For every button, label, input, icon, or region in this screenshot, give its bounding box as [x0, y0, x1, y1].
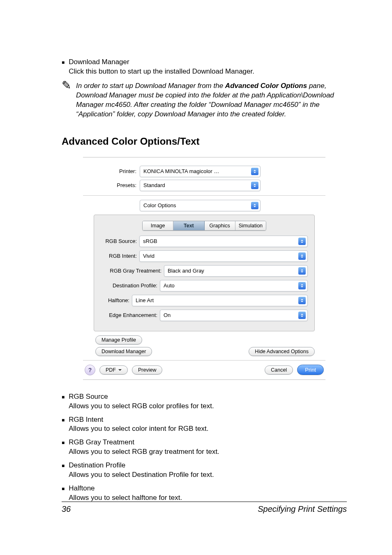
- presets-select[interactable]: Standard: [140, 180, 261, 191]
- rgb-source-label: RGB Source:: [101, 238, 139, 244]
- list-item: ■ Halftone Allows you to select halftone…: [62, 484, 347, 503]
- color-options-pane: Image Text Graphics Simulation RGB Sourc…: [94, 215, 315, 331]
- list-item: ■ RGB Gray Treatment Allows you to selec…: [62, 438, 347, 457]
- top-bullet: ■ Download Manager Click this button to …: [62, 58, 347, 76]
- halftone-select[interactable]: Line Art: [132, 295, 308, 306]
- page-number: 36: [62, 504, 71, 514]
- printer-select[interactable]: KONICA MINOLTA magicolor …: [140, 166, 261, 177]
- bullet-icon: ■: [62, 394, 65, 400]
- cancel-button[interactable]: Cancel: [265, 365, 293, 375]
- select-arrow-icon: [251, 168, 258, 175]
- list-item: ■ RGB Source Allows you to select RGB co…: [62, 392, 347, 411]
- page-footer: 36 Specifying Print Settings: [62, 502, 347, 514]
- help-button[interactable]: ?: [85, 365, 95, 375]
- bullet-icon: ■: [62, 59, 65, 66]
- rgb-intent-select[interactable]: Vivid: [139, 250, 308, 262]
- tab-graphics[interactable]: Graphics: [205, 221, 235, 230]
- edge-enhancement-select[interactable]: On: [160, 310, 308, 321]
- manage-profile-button[interactable]: Manage Profile: [95, 335, 142, 345]
- printer-label: Printer:: [83, 168, 140, 174]
- print-button[interactable]: Print: [297, 365, 324, 375]
- note-text: In order to start up Download Manager fr…: [76, 81, 347, 119]
- halftone-label: Halftone:: [101, 297, 132, 303]
- rgb-gray-label: RGB Gray Treatment:: [101, 268, 164, 274]
- select-arrow-icon: [298, 297, 306, 304]
- select-arrow-icon: [251, 202, 258, 209]
- tab-text[interactable]: Text: [173, 221, 204, 230]
- destination-profile-select[interactable]: Auto: [160, 280, 308, 291]
- bullet-icon: ■: [62, 462, 65, 469]
- heading-advanced-color-options-text: Advanced Color Options/Text: [62, 136, 347, 147]
- caret-down-icon: [118, 369, 122, 372]
- top-bullet-desc: Click this button to start up the instal…: [69, 67, 254, 76]
- note-pencil-icon: ✎: [62, 80, 71, 119]
- pdf-menu-button[interactable]: PDF: [99, 365, 128, 375]
- print-dialog: Printer: KONICA MINOLTA magicolor … Pres…: [83, 157, 325, 380]
- option-descriptions: ■ RGB Source Allows you to select RGB co…: [62, 392, 347, 503]
- select-arrow-icon: [298, 267, 306, 275]
- hide-advanced-options-button[interactable]: Hide Advanced Options: [249, 347, 315, 356]
- list-item: ■ Destination Profile Allows you to sele…: [62, 461, 347, 480]
- list-item: ■ RGB Intent Allows you to select color …: [62, 415, 347, 434]
- bullet-icon: ■: [62, 486, 65, 492]
- select-arrow-icon: [298, 312, 306, 319]
- destination-profile-label: Destination Profile:: [101, 282, 160, 289]
- tab-image[interactable]: Image: [143, 221, 173, 230]
- download-manager-button[interactable]: Download Manager: [95, 347, 152, 356]
- pane-select[interactable]: Color Options: [140, 200, 261, 211]
- select-arrow-icon: [298, 252, 306, 260]
- note: ✎ In order to start up Download Manager …: [62, 81, 347, 119]
- rgb-intent-label: RGB Intent:: [101, 253, 139, 259]
- rgb-gray-select[interactable]: Black and Gray: [164, 265, 308, 277]
- bullet-icon: ■: [62, 439, 65, 446]
- tab-simulation[interactable]: Simulation: [235, 221, 266, 230]
- presets-label: Presets:: [83, 182, 140, 188]
- section-title: Specifying Print Settings: [258, 504, 347, 514]
- rgb-source-select[interactable]: sRGB: [139, 236, 308, 247]
- select-arrow-icon: [298, 238, 306, 245]
- edge-enhancement-label: Edge Enhancement:: [101, 312, 160, 318]
- select-arrow-icon: [251, 182, 258, 189]
- top-bullet-title: Download Manager: [69, 58, 254, 67]
- color-subtab-segmented: Image Text Graphics Simulation: [142, 221, 266, 231]
- bullet-icon: ■: [62, 417, 65, 423]
- select-arrow-icon: [298, 282, 306, 289]
- preview-button[interactable]: Preview: [132, 365, 162, 375]
